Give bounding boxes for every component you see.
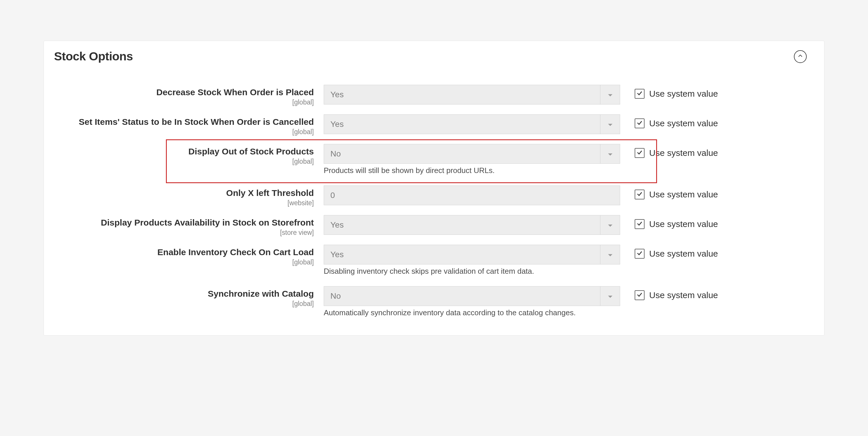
field-label: Display Out of Stock Products [54, 146, 314, 157]
select-input[interactable]: Yes [324, 245, 620, 264]
select-value: Yes [324, 115, 600, 134]
control-col: NoProducts will still be shown by direct… [324, 144, 620, 164]
field-note: Disabling inventory check skips pre vali… [324, 267, 534, 276]
select-value: Yes [324, 245, 600, 264]
dropdown-handle[interactable] [600, 215, 620, 235]
field-label: Decrease Stock When Order is Placed [54, 87, 314, 98]
check-icon [637, 250, 643, 258]
label-col: Enable Inventory Check On Cart Load[glob… [54, 245, 324, 266]
field-label: Display Products Availability in Stock o… [54, 217, 314, 228]
label-col: Display Out of Stock Products[global] [54, 144, 324, 165]
dropdown-handle[interactable] [600, 115, 620, 134]
use-system-label: Use system value [649, 190, 718, 199]
use-system-col: Use system value [620, 114, 807, 128]
dropdown-handle[interactable] [600, 144, 620, 163]
label-col: Display Products Availability in Stock o… [54, 215, 324, 237]
caret-down-icon [608, 250, 613, 259]
config-row: Display Out of Stock Products[global]NoP… [54, 140, 807, 181]
select-value: Yes [324, 85, 600, 104]
config-row: Display Products Availability in Stock o… [54, 211, 807, 241]
use-system-checkbox[interactable] [634, 119, 645, 128]
label-col: Set Items' Status to be In Stock When Or… [54, 114, 324, 136]
use-system-label: Use system value [649, 249, 718, 259]
config-row: Decrease Stock When Order is Placed[glob… [54, 81, 807, 110]
field-label: Only X left Threshold [54, 187, 314, 199]
label-col: Only X left Threshold[website] [54, 186, 324, 207]
dropdown-handle[interactable] [600, 287, 620, 306]
config-row: Set Items' Status to be In Stock When Or… [54, 110, 807, 140]
field-label: Set Items' Status to be In Stock When Or… [54, 116, 314, 127]
use-system-col: Use system value [620, 215, 807, 229]
use-system-label: Use system value [649, 119, 718, 128]
dropdown-handle[interactable] [600, 85, 620, 104]
select-value: No [324, 287, 600, 306]
select-input[interactable]: No [324, 286, 620, 306]
field-label: Enable Inventory Check On Cart Load [54, 246, 314, 258]
panel-title: Stock Options [54, 49, 133, 63]
control-col: Yes [324, 114, 620, 134]
check-icon [637, 292, 643, 299]
use-system-col: Use system value [620, 286, 807, 300]
select-value: No [324, 144, 600, 163]
chevron-up-icon [798, 54, 803, 60]
use-system-checkbox[interactable] [634, 219, 645, 229]
select-value: Yes [324, 215, 600, 235]
label-col: Decrease Stock When Order is Placed[glob… [54, 85, 324, 106]
field-scope: [global] [54, 300, 314, 308]
collapse-button[interactable] [794, 50, 807, 63]
caret-down-icon [608, 120, 613, 129]
config-row: Synchronize with Catalog[global]NoAutoma… [54, 282, 807, 324]
use-system-checkbox[interactable] [634, 190, 645, 199]
label-col: Synchronize with Catalog[global] [54, 286, 324, 308]
caret-down-icon [608, 149, 613, 159]
dropdown-handle[interactable] [600, 245, 620, 264]
field-scope: [global] [54, 128, 314, 136]
caret-down-icon [608, 292, 613, 301]
control-col: Yes [324, 85, 620, 104]
use-system-col: Use system value [620, 85, 807, 99]
use-system-label: Use system value [649, 219, 718, 229]
use-system-col: Use system value [620, 245, 807, 259]
use-system-checkbox[interactable] [634, 89, 645, 99]
use-system-checkbox[interactable] [634, 290, 645, 300]
control-col: Yes [324, 215, 620, 235]
use-system-label: Use system value [649, 89, 718, 99]
use-system-checkbox[interactable] [634, 249, 645, 259]
panel-header: Stock Options [54, 47, 807, 81]
field-scope: [global] [54, 258, 314, 266]
use-system-label: Use system value [649, 148, 718, 158]
check-icon [637, 220, 643, 228]
control-col [324, 186, 620, 205]
select-input[interactable]: Yes [324, 215, 620, 235]
field-scope: [global] [54, 98, 314, 106]
select-input[interactable]: Yes [324, 114, 620, 134]
field-scope: [website] [54, 199, 314, 207]
field-label: Synchronize with Catalog [54, 288, 314, 299]
check-icon [637, 191, 643, 198]
field-note: Products will still be shown by direct p… [324, 166, 495, 175]
check-icon [637, 120, 643, 127]
select-input[interactable]: No [324, 144, 620, 164]
control-col: YesDisabling inventory check skips pre v… [324, 245, 620, 264]
use-system-label: Use system value [649, 290, 718, 300]
field-scope: [store view] [54, 229, 314, 237]
caret-down-icon [608, 220, 613, 230]
check-icon [637, 149, 643, 157]
check-icon [637, 90, 643, 98]
use-system-col: Use system value [620, 186, 807, 199]
stock-options-panel: Stock Options Decrease Stock When Order … [43, 41, 825, 336]
field-scope: [global] [54, 158, 314, 165]
control-col: NoAutomatically synchronize inventory da… [324, 286, 620, 306]
use-system-checkbox[interactable] [634, 148, 645, 158]
caret-down-icon [608, 90, 613, 99]
use-system-col: Use system value [620, 144, 807, 158]
select-input[interactable]: Yes [324, 85, 620, 104]
config-row: Only X left Threshold[website]Use system… [54, 181, 807, 211]
config-row: Enable Inventory Check On Cart Load[glob… [54, 241, 807, 282]
text-input[interactable] [324, 186, 620, 205]
field-note: Automatically synchronize inventory data… [324, 308, 576, 317]
